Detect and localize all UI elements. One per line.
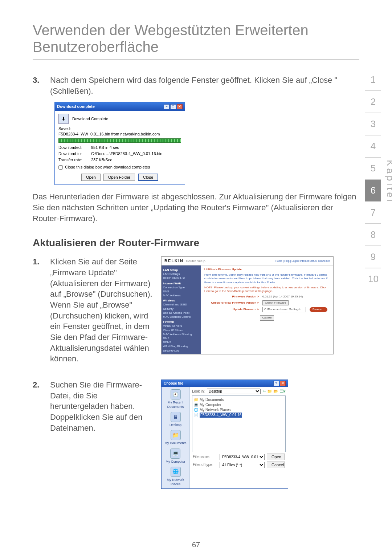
download-complete-dialog: Download complete – □ ✕ ⬇ Download Compl…	[54, 102, 185, 185]
step-text: Suchen Sie die Firmware-Datei, die Sie h…	[50, 380, 152, 433]
nav-firewall-items[interactable]: Virtual Servers Client IP Filters MAC Ad…	[163, 324, 199, 352]
window-close-button[interactable]: ✕	[280, 381, 286, 386]
download-icon: ⬇	[58, 114, 69, 124]
download-heading: Download Complete	[72, 116, 108, 122]
minimize-button[interactable]: –	[164, 104, 170, 109]
step-number: 2.	[33, 380, 50, 433]
nav-wireless-items[interactable]: Channel and SSID Security Use as Access …	[163, 303, 199, 319]
lookin-select[interactable]: Desktop	[207, 389, 261, 394]
step-number: 1.	[33, 256, 50, 364]
router-setup-label: Router Setup	[186, 259, 205, 263]
chapter-tab-5[interactable]: 5	[365, 158, 381, 180]
network-icon: 🌐	[171, 467, 181, 477]
step-2: 2. Suchen Sie die Firmware-Datei, die Si…	[33, 380, 152, 433]
place-recent[interactable]: 🕘My Recent Documents	[162, 389, 189, 409]
step-number: 3.	[33, 75, 50, 96]
router-main-panel: Utilities > Firmware Update From time to…	[201, 265, 333, 354]
step-text: Nach dem Speichern wird das folgende Fen…	[50, 75, 359, 96]
close-checkbox-input[interactable]	[58, 165, 63, 170]
title-rule	[33, 60, 359, 60]
step-text: Klicken Sie auf der Seite „Firmware Upda…	[50, 256, 152, 364]
nav-wan-header[interactable]: Internet WAN	[163, 281, 199, 285]
place-documents[interactable]: 📁My Documents	[164, 430, 186, 445]
network-icon: 🌐	[194, 407, 198, 413]
chapter-tab-8[interactable]: 8	[365, 224, 381, 246]
item-label-selected: F5D8233-4_WW_0.01.16	[200, 413, 242, 418]
top-links[interactable]: Home | Help | Logout Internet Status: Co…	[275, 259, 330, 263]
router-admin-screenshot: BELKIN Router Setup Home | Help | Logout…	[161, 256, 334, 354]
list-item: 📁My Documents	[194, 397, 284, 402]
rate-value: 237 KB/Sec	[91, 157, 181, 163]
close-when-done-checkbox[interactable]: Close this dialog box when download comp…	[58, 165, 181, 170]
update-button[interactable]: Update	[260, 315, 274, 321]
chapter-tab-7[interactable]: 7	[365, 202, 381, 224]
page-title: Verwenden der Webgestützten Erweiterten …	[33, 22, 359, 55]
router-sidebar: LAN Setup LAN Settings DHCP Client List …	[162, 265, 201, 354]
downloadto-label: Download to:	[58, 151, 91, 157]
nav-firewall-header[interactable]: Firewall	[163, 320, 199, 324]
close-button[interactable]: Close	[138, 174, 158, 181]
check-firmware-button[interactable]: Check Firmware	[262, 300, 289, 306]
place-computer[interactable]: 💻My Computer	[166, 449, 185, 464]
firmware-path-field[interactable]: C:\Documents and Settings\	[262, 307, 306, 312]
section-heading: Aktualisieren der Router-Firmware	[33, 236, 359, 250]
chapter-label: Kapitel	[384, 160, 392, 204]
window-close-button[interactable]: ✕	[177, 104, 183, 109]
chapter-tab-4[interactable]: 4	[365, 135, 381, 158]
open-folder-button[interactable]: Open Folder	[103, 174, 135, 181]
chapter-tab-2[interactable]: 2	[365, 91, 381, 113]
firmware-note: NOTE: Please backup your current setting…	[204, 286, 330, 293]
rate-label: Transfer rate:	[58, 157, 91, 163]
chapter-tabs: 1 2 3 4 5 6 7 8 9 10	[365, 69, 381, 290]
progress-bar	[58, 138, 181, 143]
maximize-button[interactable]: □	[170, 104, 176, 109]
step-3: 3. Nach dem Speichern wird das folgende …	[33, 75, 359, 96]
open-button[interactable]: Open	[81, 174, 101, 181]
folder-icon: 📁	[194, 397, 198, 402]
cancel-button[interactable]: Cancel	[267, 462, 285, 468]
filetype-select[interactable]: All Files (*.*)	[220, 462, 265, 468]
filetype-label: Files of type:	[193, 462, 217, 467]
nav-utilities-header[interactable]: Utilities	[163, 354, 199, 354]
chapter-tab-1[interactable]: 1	[365, 69, 381, 91]
dialog-titlebar: Download complete – □ ✕	[55, 102, 185, 111]
open-file-button[interactable]: Open	[267, 454, 285, 460]
help-button[interactable]: ?	[273, 381, 279, 386]
fw-version-label: Firmware Version >	[204, 295, 259, 299]
firmware-description: From time to time, Belkin may release ne…	[204, 273, 330, 284]
nav-lan-header[interactable]: LAN Setup	[163, 268, 199, 272]
nav-wan-items[interactable]: Connection Type DNS MAC Address	[163, 285, 199, 298]
nav-lan-items[interactable]: LAN Settings DHCP Client List	[163, 272, 199, 280]
place-network[interactable]: 🌐My Network Places	[162, 467, 189, 486]
list-item: 🌐My Network Places	[194, 407, 284, 413]
chapter-tab-3[interactable]: 3	[365, 113, 381, 135]
breadcrumb: Utilities > Firmware Update	[204, 268, 330, 272]
choose-file-dialog: Choose file ? ✕ 🕘My Recent Documents 🖥De…	[161, 380, 288, 489]
close-checkbox-label: Close this dialog box when download comp…	[65, 165, 150, 170]
dialog-title: Download complete	[57, 104, 95, 109]
chapter-tab-6[interactable]: 6	[365, 180, 381, 202]
list-item: 📄F5D8233-4_WW_0.01.16	[194, 413, 284, 418]
documents-icon: 📁	[171, 430, 181, 440]
filename-label: File name:	[193, 454, 217, 459]
item-label: My Computer	[200, 402, 221, 407]
browse-button[interactable]: Browse...	[310, 307, 327, 312]
place-label: My Network Places	[167, 478, 184, 486]
file-toolbar[interactable]: ⇦ 📁 📂 🗔▾	[263, 389, 286, 394]
place-label: Desktop	[170, 423, 181, 427]
chapter-tab-10[interactable]: 10	[365, 268, 381, 290]
check-fw-label: Check for New Firmware Version >	[204, 301, 259, 305]
after-download-paragraph: Das Herunterladen der Firmware ist abges…	[33, 191, 359, 224]
file-icon: 📄	[194, 413, 198, 418]
place-label: My Recent Documents	[167, 401, 184, 409]
file-list[interactable]: 📁My Documents 💻My Computer 🌐My Network P…	[192, 395, 286, 452]
place-label: My Documents	[164, 441, 186, 445]
filename-field[interactable]: F5D8233-4_WW_0.01.16	[220, 454, 265, 460]
place-desktop[interactable]: 🖥Desktop	[170, 412, 181, 427]
belkin-logo: BELKIN	[164, 259, 184, 263]
item-label: My Documents	[200, 397, 224, 402]
saved-label: Saved:	[58, 126, 181, 131]
downloaded-value: 951 KB in 4 sec	[91, 145, 181, 150]
nav-wireless-header[interactable]: Wireless	[163, 299, 199, 303]
chapter-tab-9[interactable]: 9	[365, 246, 381, 268]
